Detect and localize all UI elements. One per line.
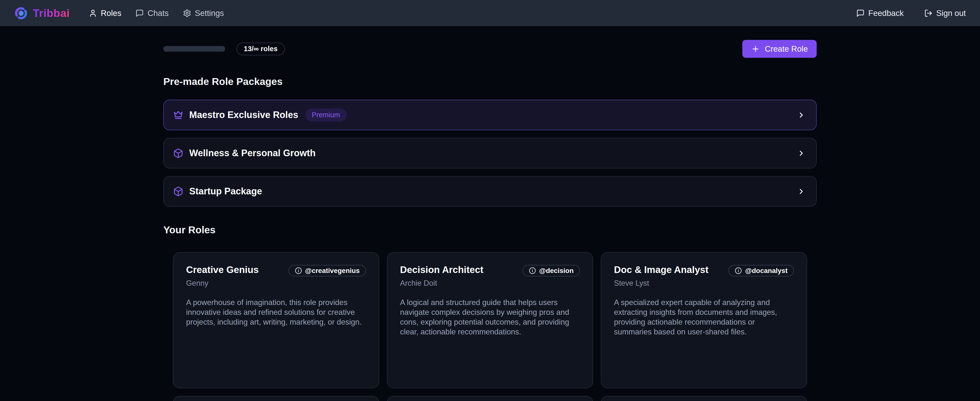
package-row-wellness[interactable]: Wellness & Personal Growth — [163, 138, 817, 168]
role-card-title: Creative Genius — [186, 264, 259, 275]
role-card-decision-architect[interactable]: Decision Architect Archie Doit @decision… — [387, 252, 593, 388]
package-icon — [173, 186, 183, 197]
roles-toolbar: 13/∞ roles Create Role — [163, 40, 817, 58]
plus-icon — [751, 45, 760, 53]
sign-out-button[interactable]: Sign out — [924, 8, 966, 18]
chevron-right-icon — [797, 187, 805, 196]
role-card-title: Decision Architect — [400, 264, 484, 275]
info-icon — [735, 267, 742, 274]
role-card-person: Steve Lyst — [614, 279, 709, 288]
package-row-startup[interactable]: Startup Package — [163, 176, 817, 207]
package-list: Maestro Exclusive Roles Premium Wellness… — [163, 100, 817, 207]
nav-item-roles[interactable]: Roles — [89, 8, 121, 18]
role-cards-grid: Creative Genius Genny @creativegenius A … — [163, 252, 817, 401]
user-icon — [89, 9, 97, 18]
role-handle-badge[interactable]: @docanalyst — [729, 265, 794, 276]
roles-progress-bar — [163, 46, 225, 52]
create-role-label: Create Role — [765, 44, 808, 54]
role-handle-label: @docanalyst — [745, 267, 788, 275]
card-head: Creative Genius Genny @creativegenius — [186, 264, 366, 288]
nav-item-chats[interactable]: Chats — [135, 8, 169, 18]
crown-icon — [173, 110, 183, 120]
role-card-description: A specialized expert capable of analyzin… — [614, 297, 794, 337]
nav-label-chats: Chats — [148, 8, 169, 18]
info-icon — [295, 267, 302, 274]
role-card-creative-genius[interactable]: Creative Genius Genny @creativegenius A … — [173, 252, 379, 388]
role-handle-label: @decision — [539, 267, 574, 275]
package-icon — [173, 148, 183, 158]
role-card-description: A powerhouse of imagination, this role p… — [186, 297, 366, 327]
gear-icon — [183, 9, 191, 18]
role-handle-badge[interactable]: @creativegenius — [288, 265, 366, 276]
main-nav: Roles Chats Settings — [89, 8, 224, 18]
chat-icon — [135, 9, 144, 18]
role-handle-badge[interactable]: @decision — [522, 265, 580, 276]
nav-label-settings: Settings — [195, 8, 224, 18]
topbar: Tribbai Roles Chats Settings — [0, 0, 980, 26]
premium-badge: Premium — [305, 109, 347, 121]
package-title: Wellness & Personal Growth — [189, 148, 316, 158]
sign-out-icon — [924, 9, 932, 18]
role-card-partial[interactable] — [601, 396, 807, 401]
info-icon — [529, 267, 536, 274]
feedback-button[interactable]: Feedback — [856, 8, 904, 18]
chevron-right-icon — [797, 111, 805, 119]
role-handle-label: @creativegenius — [305, 267, 360, 275]
role-card-partial[interactable] — [173, 396, 379, 401]
nav-label-roles: Roles — [101, 8, 121, 18]
card-title-block: Decision Architect Archie Doit — [400, 264, 484, 288]
feedback-label: Feedback — [868, 8, 904, 18]
roles-count-badge: 13/∞ roles — [237, 43, 285, 55]
package-title: Startup Package — [189, 186, 262, 197]
brand-name: Tribbai — [33, 7, 70, 19]
chevron-right-icon — [797, 149, 805, 157]
tribbai-logo-icon — [14, 6, 28, 20]
card-title-block: Creative Genius Genny — [186, 264, 259, 288]
card-title-block: Doc & Image Analyst Steve Lyst — [614, 264, 709, 288]
create-role-button[interactable]: Create Role — [742, 40, 817, 58]
nav-item-settings[interactable]: Settings — [183, 8, 224, 18]
role-card-title: Doc & Image Analyst — [614, 264, 709, 275]
sign-out-label: Sign out — [936, 8, 966, 18]
topbar-right: Feedback Sign out — [856, 8, 966, 18]
premade-heading: Pre-made Role Packages — [163, 76, 817, 88]
card-head: Decision Architect Archie Doit @decision — [400, 264, 580, 288]
main-content: 13/∞ roles Create Role Pre-made Role Pac… — [163, 40, 817, 401]
role-card-person: Genny — [186, 279, 259, 288]
role-card-doc-image-analyst[interactable]: Doc & Image Analyst Steve Lyst @docanaly… — [601, 252, 807, 388]
role-card-partial[interactable] — [387, 396, 593, 401]
package-row-maestro[interactable]: Maestro Exclusive Roles Premium — [163, 100, 817, 130]
feedback-icon — [856, 9, 865, 18]
package-title: Maestro Exclusive Roles — [189, 110, 298, 120]
role-card-description: A logical and structured guide that help… — [400, 297, 580, 337]
role-card-person: Archie Doit — [400, 279, 484, 288]
brand-logo[interactable]: Tribbai — [14, 6, 70, 20]
card-head: Doc & Image Analyst Steve Lyst @docanaly… — [614, 264, 794, 288]
your-roles-heading: Your Roles — [163, 224, 817, 236]
